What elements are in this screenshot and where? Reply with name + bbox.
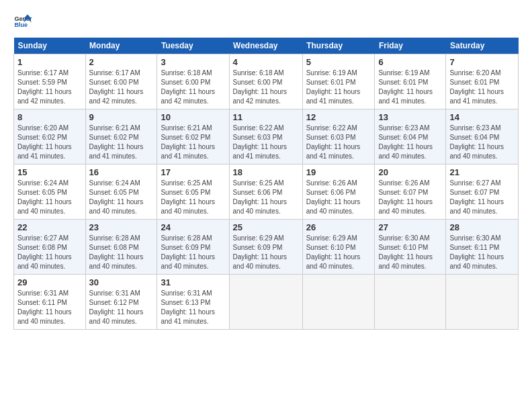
- day-info: Sunrise: 6:29 AM Sunset: 6:10 PM Dayligh…: [306, 234, 371, 271]
- calendar-cell: [302, 275, 375, 330]
- day-number: 30: [89, 277, 154, 287]
- calendar-cell: 1Sunrise: 6:17 AM Sunset: 5:59 PM Daylig…: [14, 54, 86, 109]
- dow-saturday: Saturday: [446, 38, 519, 54]
- calendar-cell: 27Sunrise: 6:30 AM Sunset: 6:10 PM Dayli…: [375, 220, 446, 275]
- day-number: 26: [306, 222, 371, 232]
- calendar-table: SundayMondayTuesdayWednesdayThursdayFrid…: [13, 38, 519, 330]
- logo: General Blue: [13, 12, 32, 31]
- day-number: 10: [161, 112, 225, 122]
- day-info: Sunrise: 6:24 AM Sunset: 6:05 PM Dayligh…: [17, 179, 82, 216]
- week-row-3: 15Sunrise: 6:24 AM Sunset: 6:05 PM Dayli…: [14, 165, 519, 220]
- calendar-cell: 10Sunrise: 6:21 AM Sunset: 6:02 PM Dayli…: [157, 109, 229, 165]
- calendar-cell: 22Sunrise: 6:27 AM Sunset: 6:08 PM Dayli…: [14, 220, 86, 275]
- dow-tuesday: Tuesday: [157, 38, 229, 54]
- calendar-cell: 30Sunrise: 6:31 AM Sunset: 6:12 PM Dayli…: [85, 275, 157, 330]
- day-number: 20: [378, 167, 442, 177]
- day-info: Sunrise: 6:27 AM Sunset: 6:07 PM Dayligh…: [449, 179, 515, 216]
- day-info: Sunrise: 6:26 AM Sunset: 6:06 PM Dayligh…: [306, 179, 371, 216]
- day-info: Sunrise: 6:21 AM Sunset: 6:02 PM Dayligh…: [161, 124, 225, 161]
- day-number: 23: [89, 222, 154, 232]
- day-number: 31: [161, 277, 225, 287]
- day-info: Sunrise: 6:17 AM Sunset: 6:00 PM Dayligh…: [89, 68, 154, 106]
- day-number: 15: [17, 167, 82, 177]
- calendar-cell: 13Sunrise: 6:23 AM Sunset: 6:04 PM Dayli…: [375, 109, 446, 165]
- week-row-2: 8Sunrise: 6:20 AM Sunset: 6:02 PM Daylig…: [14, 109, 519, 165]
- day-number: 22: [17, 222, 82, 232]
- day-info: Sunrise: 6:31 AM Sunset: 6:12 PM Dayligh…: [89, 289, 154, 326]
- days-of-week-header: SundayMondayTuesdayWednesdayThursdayFrid…: [14, 38, 519, 54]
- day-number: 6: [378, 57, 442, 67]
- dow-thursday: Thursday: [302, 38, 375, 54]
- calendar-cell: 4Sunrise: 6:18 AM Sunset: 6:00 PM Daylig…: [229, 54, 302, 109]
- day-info: Sunrise: 6:30 AM Sunset: 6:11 PM Dayligh…: [449, 234, 515, 271]
- calendar-cell: 17Sunrise: 6:25 AM Sunset: 6:05 PM Dayli…: [157, 165, 229, 220]
- day-info: Sunrise: 6:24 AM Sunset: 6:05 PM Dayligh…: [89, 179, 154, 216]
- day-number: 19: [306, 167, 371, 177]
- day-number: 8: [17, 112, 82, 122]
- day-info: Sunrise: 6:29 AM Sunset: 6:09 PM Dayligh…: [233, 234, 299, 271]
- day-number: 28: [449, 222, 515, 232]
- day-number: 9: [89, 112, 154, 122]
- day-number: 24: [161, 222, 225, 232]
- day-info: Sunrise: 6:19 AM Sunset: 6:01 PM Dayligh…: [306, 68, 371, 106]
- calendar-cell: 28Sunrise: 6:30 AM Sunset: 6:11 PM Dayli…: [446, 220, 519, 275]
- calendar-cell: 3Sunrise: 6:18 AM Sunset: 6:00 PM Daylig…: [157, 54, 229, 109]
- day-info: Sunrise: 6:26 AM Sunset: 6:07 PM Dayligh…: [378, 179, 442, 216]
- day-number: 12: [306, 112, 371, 122]
- calendar-cell: 2Sunrise: 6:17 AM Sunset: 6:00 PM Daylig…: [85, 54, 157, 109]
- calendar-cell: 8Sunrise: 6:20 AM Sunset: 6:02 PM Daylig…: [14, 109, 86, 165]
- day-info: Sunrise: 6:22 AM Sunset: 6:03 PM Dayligh…: [306, 124, 371, 161]
- calendar-cell: 31Sunrise: 6:31 AM Sunset: 6:13 PM Dayli…: [157, 275, 229, 330]
- calendar-cell: 12Sunrise: 6:22 AM Sunset: 6:03 PM Dayli…: [302, 109, 375, 165]
- calendar-cell: 25Sunrise: 6:29 AM Sunset: 6:09 PM Dayli…: [229, 220, 302, 275]
- calendar-cell: 16Sunrise: 6:24 AM Sunset: 6:05 PM Dayli…: [85, 165, 157, 220]
- calendar-body: 1Sunrise: 6:17 AM Sunset: 5:59 PM Daylig…: [14, 54, 519, 330]
- calendar-cell: 20Sunrise: 6:26 AM Sunset: 6:07 PM Dayli…: [375, 165, 446, 220]
- dow-wednesday: Wednesday: [229, 38, 302, 54]
- day-info: Sunrise: 6:18 AM Sunset: 6:00 PM Dayligh…: [161, 68, 225, 106]
- day-number: 21: [449, 167, 515, 177]
- svg-text:Blue: Blue: [14, 21, 28, 28]
- calendar-cell: 15Sunrise: 6:24 AM Sunset: 6:05 PM Dayli…: [14, 165, 86, 220]
- week-row-5: 29Sunrise: 6:31 AM Sunset: 6:11 PM Dayli…: [14, 275, 519, 330]
- calendar-cell: 6Sunrise: 6:19 AM Sunset: 6:01 PM Daylig…: [375, 54, 446, 109]
- day-number: 4: [233, 57, 299, 67]
- header: General Blue: [13, 12, 519, 31]
- calendar-cell: [229, 275, 302, 330]
- day-number: 3: [161, 57, 225, 67]
- calendar-cell: 7Sunrise: 6:20 AM Sunset: 6:01 PM Daylig…: [446, 54, 519, 109]
- calendar-cell: 23Sunrise: 6:28 AM Sunset: 6:08 PM Dayli…: [85, 220, 157, 275]
- logo-icon: General Blue: [13, 12, 32, 31]
- day-info: Sunrise: 6:25 AM Sunset: 6:05 PM Dayligh…: [161, 179, 225, 216]
- day-info: Sunrise: 6:23 AM Sunset: 6:04 PM Dayligh…: [449, 124, 515, 161]
- calendar-cell: 29Sunrise: 6:31 AM Sunset: 6:11 PM Dayli…: [14, 275, 86, 330]
- day-info: Sunrise: 6:31 AM Sunset: 6:11 PM Dayligh…: [17, 289, 82, 326]
- calendar-cell: 26Sunrise: 6:29 AM Sunset: 6:10 PM Dayli…: [302, 220, 375, 275]
- day-number: 25: [233, 222, 299, 232]
- day-number: 27: [378, 222, 442, 232]
- day-info: Sunrise: 6:20 AM Sunset: 6:01 PM Dayligh…: [449, 68, 515, 106]
- day-info: Sunrise: 6:17 AM Sunset: 5:59 PM Dayligh…: [17, 68, 82, 106]
- day-number: 16: [89, 167, 154, 177]
- day-info: Sunrise: 6:28 AM Sunset: 6:08 PM Dayligh…: [89, 234, 154, 271]
- day-info: Sunrise: 6:27 AM Sunset: 6:08 PM Dayligh…: [17, 234, 82, 271]
- calendar-page: General Blue SundayMondayTuesdayWednesda…: [0, 0, 532, 336]
- day-number: 18: [233, 167, 299, 177]
- calendar-cell: 19Sunrise: 6:26 AM Sunset: 6:06 PM Dayli…: [302, 165, 375, 220]
- calendar-cell: [375, 275, 446, 330]
- dow-monday: Monday: [85, 38, 157, 54]
- week-row-4: 22Sunrise: 6:27 AM Sunset: 6:08 PM Dayli…: [14, 220, 519, 275]
- day-number: 1: [17, 57, 82, 67]
- calendar-cell: 18Sunrise: 6:25 AM Sunset: 6:06 PM Dayli…: [229, 165, 302, 220]
- day-info: Sunrise: 6:28 AM Sunset: 6:09 PM Dayligh…: [161, 234, 225, 271]
- calendar-cell: 21Sunrise: 6:27 AM Sunset: 6:07 PM Dayli…: [446, 165, 519, 220]
- day-info: Sunrise: 6:31 AM Sunset: 6:13 PM Dayligh…: [161, 289, 225, 326]
- day-info: Sunrise: 6:22 AM Sunset: 6:03 PM Dayligh…: [233, 124, 299, 161]
- day-info: Sunrise: 6:30 AM Sunset: 6:10 PM Dayligh…: [378, 234, 442, 271]
- calendar-cell: 5Sunrise: 6:19 AM Sunset: 6:01 PM Daylig…: [302, 54, 375, 109]
- day-number: 11: [233, 112, 299, 122]
- dow-friday: Friday: [375, 38, 446, 54]
- day-number: 2: [89, 57, 154, 67]
- calendar-cell: 11Sunrise: 6:22 AM Sunset: 6:03 PM Dayli…: [229, 109, 302, 165]
- day-number: 5: [306, 57, 371, 67]
